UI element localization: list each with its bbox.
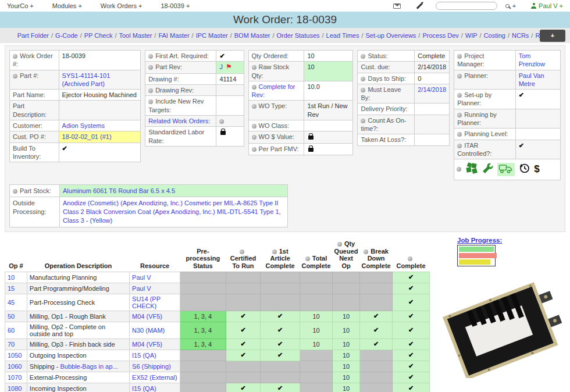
help-icon[interactable] xyxy=(252,104,256,109)
pencil-icon[interactable] xyxy=(416,3,422,9)
help-icon[interactable] xyxy=(361,54,365,59)
help-icon[interactable] xyxy=(457,54,462,59)
resource-link[interactable]: EX52 (External) xyxy=(132,374,177,381)
breadcrumb-link-5[interactable]: IPC Master xyxy=(196,32,228,39)
job-progress-link[interactable]: Job Progress: xyxy=(457,237,567,244)
help-icon[interactable] xyxy=(252,147,256,152)
op-number-link[interactable]: 1070 xyxy=(8,374,22,381)
op-description-link[interactable]: Bubble-Bags in ap... xyxy=(60,363,117,370)
field-value[interactable]: SYS1-41114-101 (Archived Part) xyxy=(62,72,111,87)
modules-icon[interactable] xyxy=(465,162,478,176)
wrench-icon[interactable] xyxy=(482,162,494,176)
help-icon[interactable] xyxy=(252,135,256,140)
breadcrumb-link-12[interactable]: Costing xyxy=(484,32,505,39)
field-value[interactable]: Anodize (Cosmetic) (Apex Anodizing, Inc.… xyxy=(63,199,281,224)
field-label[interactable]: Complete for Rev: xyxy=(252,83,295,98)
job-progress-chart xyxy=(457,245,496,266)
op-number-link[interactable]: 1080 xyxy=(8,385,22,392)
breadcrumb-link-1[interactable]: G-Code xyxy=(55,32,78,39)
field-value[interactable]: Paul Van Metre xyxy=(519,72,544,87)
help-icon[interactable] xyxy=(272,250,277,254)
resource-cell: I15 (QA) xyxy=(130,383,180,392)
resource-link[interactable]: SU14 (PP CHECK) xyxy=(132,295,161,309)
resource-link[interactable]: Paul V xyxy=(132,274,151,281)
breadcrumb-link-0[interactable]: Part Folder xyxy=(17,32,49,39)
op-number-link[interactable]: 10 xyxy=(8,274,15,281)
breadcrumb-link-6[interactable]: BOM Master xyxy=(234,32,270,39)
help-icon[interactable] xyxy=(457,93,462,98)
help-icon[interactable] xyxy=(361,119,365,123)
dollar-icon[interactable]: $ xyxy=(534,163,539,176)
field-label[interactable]: Related Work Orders: xyxy=(148,117,210,124)
breadcrumb-link-4[interactable]: FAI Master xyxy=(158,32,189,39)
breadcrumb-link-10[interactable]: Process Dev xyxy=(422,32,458,39)
resource-link[interactable]: M04 (VF5) xyxy=(132,313,162,320)
help-icon[interactable] xyxy=(361,77,365,81)
nav-item-0[interactable]: YourCo + xyxy=(7,2,34,9)
field-value[interactable]: J xyxy=(219,63,223,70)
help-icon[interactable] xyxy=(148,54,153,59)
help-icon[interactable] xyxy=(13,189,17,194)
resource-link[interactable]: S6 (Shipping) xyxy=(132,363,171,370)
breadcrumb-link-3[interactable]: Tool Master xyxy=(119,32,152,39)
field-value[interactable]: Adion Systems xyxy=(62,122,105,129)
nav-item-1[interactable]: Modules + xyxy=(52,2,82,9)
field-value[interactable]: 2/14/2018 xyxy=(418,86,446,93)
status-cell: ✔ xyxy=(360,322,393,338)
help-icon[interactable] xyxy=(364,250,368,254)
info-panels: Work Order #:18-0039Part #:SYS1-41114-10… xyxy=(9,50,561,180)
field-value[interactable]: Aluminum 6061 T6 Round Bar 6.5 x 4.5 xyxy=(63,187,175,194)
help-icon[interactable] xyxy=(457,74,462,79)
envelope-icon[interactable] xyxy=(393,3,401,9)
op-number-link[interactable]: 70 xyxy=(8,341,15,348)
field-value[interactable]: 18-02-02_01 (#1) xyxy=(62,133,112,140)
truck-icon[interactable] xyxy=(497,163,515,176)
lock-icon xyxy=(308,148,314,152)
breadcrumb-link-7[interactable]: Order Statuses xyxy=(277,32,320,39)
help-icon[interactable] xyxy=(148,99,153,104)
add-tab-button[interactable]: + xyxy=(540,30,565,42)
op-number-link[interactable]: 45 xyxy=(8,299,15,306)
user-menu[interactable]: Paul V + xyxy=(531,2,563,9)
search-input[interactable] xyxy=(436,2,497,10)
field-value-cell: 0 xyxy=(415,73,450,84)
help-icon[interactable] xyxy=(361,88,365,92)
breadcrumb-link-11[interactable]: WIP xyxy=(465,32,478,39)
op-number-link[interactable]: 50 xyxy=(8,313,15,320)
breadcrumb-link-8[interactable]: Lead Times xyxy=(326,32,359,39)
op-number-link[interactable]: 60 xyxy=(8,327,15,334)
help-icon[interactable] xyxy=(457,113,462,117)
nav-item-2[interactable]: Work Orders + xyxy=(101,2,142,9)
breadcrumb-link-2[interactable]: PP Check xyxy=(84,32,113,39)
search-add-button[interactable]: + xyxy=(505,2,516,9)
help-icon[interactable] xyxy=(337,242,342,247)
breadcrumb-link-13[interactable]: NCRs xyxy=(512,32,529,39)
resource-link[interactable]: I15 (QA) xyxy=(132,385,156,392)
op-number-link[interactable]: 1050 xyxy=(8,352,22,359)
help-icon[interactable] xyxy=(219,119,224,124)
breadcrumb-link-9[interactable]: Set-up Overviews xyxy=(366,32,416,39)
resource-link[interactable]: Paul V xyxy=(132,285,151,292)
resource-link[interactable]: N30 (MAM) xyxy=(132,327,165,334)
help-icon[interactable] xyxy=(240,250,244,254)
nav-item-3[interactable]: 18-0039 + xyxy=(161,2,190,9)
help-icon[interactable] xyxy=(252,65,256,70)
field-value[interactable]: Tom Prenzlow xyxy=(519,52,545,67)
help-icon[interactable] xyxy=(148,88,153,93)
help-icon[interactable] xyxy=(457,132,462,137)
help-icon[interactable] xyxy=(457,144,462,148)
history-icon[interactable] xyxy=(518,162,530,176)
help-icon[interactable] xyxy=(148,65,153,70)
help-icon[interactable] xyxy=(408,256,412,261)
help-icon[interactable] xyxy=(305,256,310,261)
resource-link[interactable]: M04 (VF5) xyxy=(132,341,162,348)
help-icon[interactable] xyxy=(252,124,256,129)
help-icon[interactable] xyxy=(13,74,17,79)
op-number-link[interactable]: 15 xyxy=(8,285,15,292)
op-number-link[interactable]: 1060 xyxy=(8,363,22,370)
help-icon[interactable] xyxy=(13,54,17,59)
help-icon[interactable] xyxy=(457,167,461,172)
help-icon[interactable] xyxy=(252,85,256,90)
field-value: 2/14/2018 xyxy=(418,63,446,70)
resource-link[interactable]: I15 (QA) xyxy=(132,352,156,359)
